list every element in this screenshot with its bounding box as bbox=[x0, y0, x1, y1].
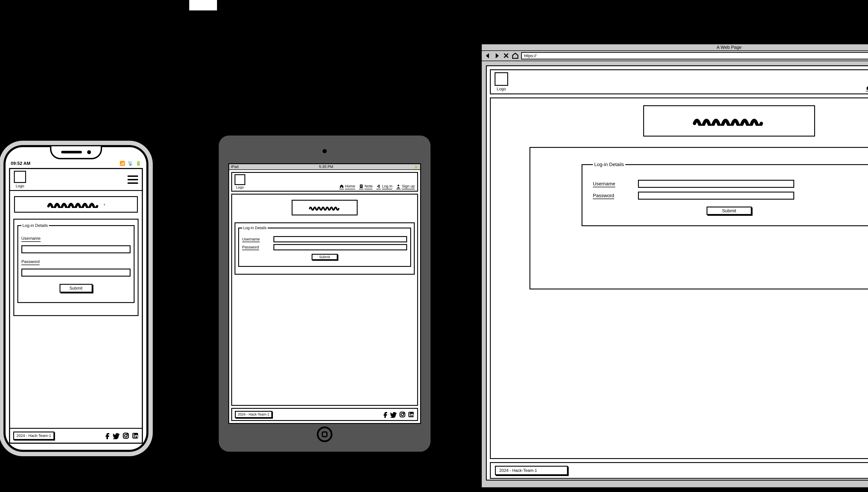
linkedin-icon[interactable] bbox=[408, 411, 414, 418]
placeholder-heading-squiggle bbox=[309, 205, 340, 211]
hero-banner: ‹ bbox=[14, 196, 138, 213]
login-fieldset: Log-in Details Username Password Submit bbox=[17, 223, 135, 303]
url-text: https:// bbox=[524, 53, 536, 58]
nav-login[interactable]: Log in bbox=[376, 184, 392, 189]
caret-icon: ‹ bbox=[104, 202, 105, 207]
wifi-icon: 📡 bbox=[128, 161, 133, 166]
phone-footer: 2024 - Hack-Team-1 bbox=[10, 428, 142, 443]
phone-clock: 09:52 AM bbox=[11, 161, 30, 166]
password-input[interactable] bbox=[273, 244, 407, 250]
username-input[interactable] bbox=[21, 245, 131, 253]
login-fieldset: Log-in Details Username Password Submit bbox=[582, 162, 868, 226]
home-icon bbox=[339, 184, 344, 189]
nav-home[interactable]: Home bbox=[339, 184, 355, 189]
username-input[interactable] bbox=[273, 236, 407, 242]
stop-icon[interactable]: ✕ bbox=[503, 52, 509, 59]
url-bar[interactable]: https:// bbox=[521, 52, 868, 59]
battery-icon: 🔋 bbox=[414, 165, 418, 169]
back-icon[interactable] bbox=[484, 52, 491, 59]
login-legend: Log-in Details bbox=[242, 226, 268, 230]
footer-copyright: 2024 - Hack-Team-1 bbox=[235, 411, 272, 418]
login-icon bbox=[376, 184, 381, 189]
browser-title: A Web Page bbox=[482, 44, 868, 50]
logo-label: Logo bbox=[235, 186, 245, 189]
login-panel: Log-in Details Username Password Submit bbox=[235, 222, 415, 275]
twitter-icon[interactable] bbox=[390, 411, 397, 418]
footer-copyright: 2024 - Hack-Team-1 bbox=[495, 466, 568, 475]
logo[interactable]: Logo bbox=[235, 174, 245, 189]
instagram-icon[interactable] bbox=[123, 432, 129, 439]
login-panel: Log-in Details Username Password Submit bbox=[14, 219, 138, 316]
username-label: Username bbox=[593, 181, 624, 187]
forward-icon[interactable] bbox=[494, 52, 500, 59]
phone-screen: Logo ‹ Log-in Details U bbox=[9, 168, 143, 444]
logo[interactable]: Logo bbox=[14, 171, 26, 188]
instagram-icon[interactable] bbox=[399, 411, 406, 418]
password-input[interactable] bbox=[21, 269, 131, 276]
home-icon bbox=[866, 85, 868, 91]
phone-notch bbox=[50, 146, 102, 159]
login-legend: Log-in Details bbox=[593, 162, 625, 167]
main-nav: Home Note Log in Sign up bbox=[339, 184, 415, 189]
username-label: Username bbox=[21, 236, 131, 241]
login-legend: Log-in Details bbox=[21, 223, 49, 228]
browser-header: Logo Home Note Log in bbox=[490, 69, 868, 94]
social-links bbox=[104, 432, 139, 439]
browser-body: Log-in Details Username Password Submit bbox=[490, 97, 868, 459]
footer-copyright: 2024 - Hack-Team-1 bbox=[13, 432, 54, 440]
hamburger-menu-icon[interactable] bbox=[128, 175, 138, 184]
login-fieldset: Log-in Details Username Password Submit bbox=[238, 226, 411, 267]
browser-footer: 2024 - Hack-Team-1 bbox=[490, 462, 868, 479]
facebook-icon[interactable] bbox=[382, 411, 388, 418]
home-icon[interactable] bbox=[512, 52, 519, 59]
tablet-status-bar: iPad 5:35 PM 🔋 bbox=[229, 164, 420, 170]
signal-icon: 📶 bbox=[120, 161, 125, 166]
battery-icon: 🔋 bbox=[136, 161, 141, 166]
password-label: Password bbox=[242, 245, 270, 249]
password-label: Password bbox=[21, 259, 131, 264]
tablet-body: Log-in Details Username Password Submit bbox=[231, 194, 418, 406]
facebook-icon[interactable] bbox=[104, 432, 111, 439]
submit-button[interactable]: Submit bbox=[707, 206, 752, 215]
stray-rectangle bbox=[189, 0, 217, 10]
hero-banner bbox=[292, 200, 358, 216]
submit-button[interactable]: Submit bbox=[59, 284, 93, 293]
placeholder-heading-squiggle bbox=[693, 116, 766, 126]
tablet-camera bbox=[322, 149, 327, 153]
tablet-device-label: iPad bbox=[231, 165, 239, 169]
login-panel: Log-in Details Username Password Submit bbox=[529, 147, 868, 290]
phone-header: Logo bbox=[10, 169, 142, 191]
tablet-screen: iPad 5:35 PM 🔋 Logo Home Note bbox=[228, 163, 421, 424]
password-input[interactable] bbox=[638, 192, 794, 200]
browser-page: Logo Home Note Log in bbox=[486, 65, 868, 481]
browser-toolbar: ✕ https:// bbox=[482, 50, 868, 61]
username-input[interactable] bbox=[638, 180, 794, 188]
nav-note[interactable]: Note bbox=[359, 184, 372, 189]
twitter-icon[interactable] bbox=[113, 432, 120, 439]
placeholder-heading-squiggle bbox=[47, 201, 101, 208]
linkedin-icon[interactable] bbox=[132, 432, 139, 439]
user-plus-icon bbox=[396, 184, 401, 189]
logo-label: Logo bbox=[495, 87, 508, 91]
note-icon bbox=[359, 184, 364, 189]
submit-button[interactable]: Submit bbox=[312, 254, 338, 260]
tablet-footer: 2024 - Hack-Team-1 bbox=[231, 408, 418, 421]
nav-home[interactable]: Home bbox=[866, 85, 868, 91]
password-label: Password bbox=[593, 193, 624, 198]
tablet-header: Logo Home Note Log in bbox=[231, 172, 418, 192]
phone-status-bar: 09:52 AM 📶 📡 🔋 bbox=[5, 161, 146, 166]
tablet-clock: 5:35 PM bbox=[319, 165, 333, 169]
hero-banner bbox=[643, 105, 815, 137]
nav-signup[interactable]: Sign up bbox=[396, 184, 415, 189]
social-links bbox=[382, 411, 414, 418]
tablet-home-button[interactable] bbox=[317, 426, 333, 442]
logo-label: Logo bbox=[14, 184, 26, 188]
browser-mockup: A Web Page ✕ https:// Logo bbox=[481, 44, 868, 488]
logo[interactable]: Logo bbox=[495, 72, 508, 91]
tablet-mockup: iPad 5:35 PM 🔋 Logo Home Note bbox=[219, 136, 430, 452]
phone-mockup: 09:52 AM 📶 📡 🔋 Logo bbox=[3, 145, 149, 452]
main-nav: Home Note Log in Sign up bbox=[866, 85, 868, 91]
username-label: Username bbox=[242, 237, 270, 242]
